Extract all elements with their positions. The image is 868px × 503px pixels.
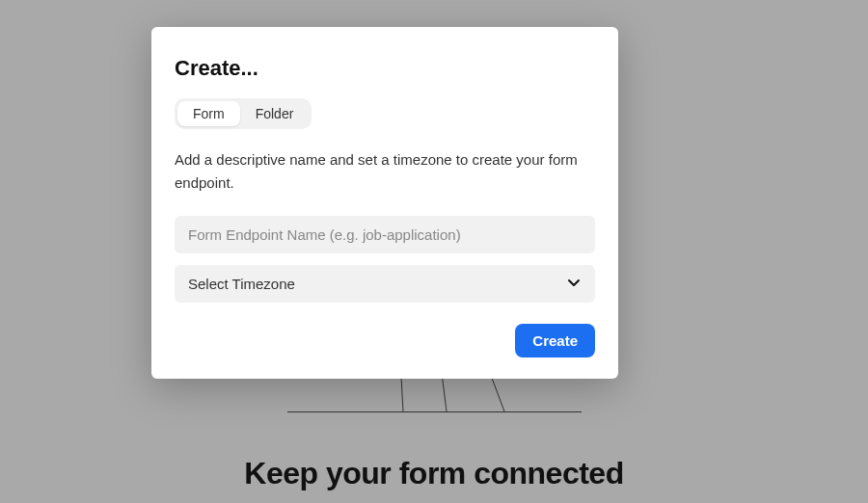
tab-group: Form Folder [175, 98, 312, 129]
modal-description: Add a descriptive name and set a timezon… [175, 148, 595, 195]
tab-form[interactable]: Form [177, 101, 240, 126]
timezone-select[interactable]: Select Timezone [175, 265, 595, 303]
background-heading: Keep your form connected [244, 456, 623, 491]
timezone-select-wrapper: Select Timezone [175, 265, 595, 303]
modal-title: Create... [175, 56, 595, 81]
tab-folder[interactable]: Folder [240, 101, 310, 126]
create-button[interactable]: Create [515, 324, 595, 357]
create-modal: Create... Form Folder Add a descriptive … [151, 27, 618, 379]
modal-footer: Create [175, 324, 595, 357]
form-name-input[interactable] [175, 216, 595, 253]
